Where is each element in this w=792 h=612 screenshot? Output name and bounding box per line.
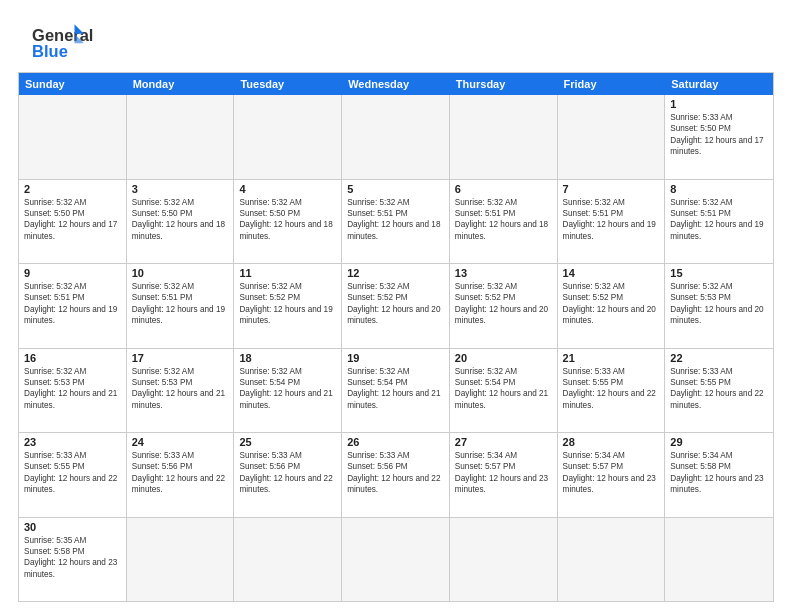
- empty-cell-5-2: [234, 518, 342, 602]
- cell-info: Sunrise: 5:32 AMSunset: 5:51 PMDaylight:…: [24, 281, 121, 327]
- day-cell-30: 30Sunrise: 5:35 AMSunset: 5:58 PMDayligh…: [19, 518, 127, 602]
- calendar: SundayMondayTuesdayWednesdayThursdayFrid…: [18, 72, 774, 602]
- empty-cell-5-1: [127, 518, 235, 602]
- cell-info: Sunrise: 5:32 AMSunset: 5:50 PMDaylight:…: [24, 197, 121, 243]
- day-cell-16: 16Sunrise: 5:32 AMSunset: 5:53 PMDayligh…: [19, 349, 127, 433]
- day-cell-25: 25Sunrise: 5:33 AMSunset: 5:56 PMDayligh…: [234, 433, 342, 517]
- day-cell-17: 17Sunrise: 5:32 AMSunset: 5:53 PMDayligh…: [127, 349, 235, 433]
- cell-info: Sunrise: 5:32 AMSunset: 5:53 PMDaylight:…: [132, 366, 229, 412]
- svg-text:General: General: [32, 26, 93, 44]
- day-cell-21: 21Sunrise: 5:33 AMSunset: 5:55 PMDayligh…: [558, 349, 666, 433]
- day-cell-19: 19Sunrise: 5:32 AMSunset: 5:54 PMDayligh…: [342, 349, 450, 433]
- day-number: 13: [455, 267, 552, 279]
- day-cell-24: 24Sunrise: 5:33 AMSunset: 5:56 PMDayligh…: [127, 433, 235, 517]
- day-cell-12: 12Sunrise: 5:32 AMSunset: 5:52 PMDayligh…: [342, 264, 450, 348]
- day-cell-14: 14Sunrise: 5:32 AMSunset: 5:52 PMDayligh…: [558, 264, 666, 348]
- calendar-page: General Blue SundayMondayTuesdayWednesda…: [0, 0, 792, 612]
- svg-text:Blue: Blue: [32, 42, 68, 60]
- day-number: 15: [670, 267, 768, 279]
- day-number: 22: [670, 352, 768, 364]
- day-number: 21: [563, 352, 660, 364]
- empty-cell-0-1: [127, 95, 235, 179]
- cell-info: Sunrise: 5:32 AMSunset: 5:54 PMDaylight:…: [455, 366, 552, 412]
- day-number: 7: [563, 183, 660, 195]
- day-cell-7: 7Sunrise: 5:32 AMSunset: 5:51 PMDaylight…: [558, 180, 666, 264]
- day-number: 17: [132, 352, 229, 364]
- empty-cell-0-0: [19, 95, 127, 179]
- calendar-row-1: 2Sunrise: 5:32 AMSunset: 5:50 PMDaylight…: [19, 179, 773, 264]
- day-cell-11: 11Sunrise: 5:32 AMSunset: 5:52 PMDayligh…: [234, 264, 342, 348]
- cell-info: Sunrise: 5:33 AMSunset: 5:56 PMDaylight:…: [132, 450, 229, 496]
- day-cell-27: 27Sunrise: 5:34 AMSunset: 5:57 PMDayligh…: [450, 433, 558, 517]
- day-cell-13: 13Sunrise: 5:32 AMSunset: 5:52 PMDayligh…: [450, 264, 558, 348]
- day-number: 30: [24, 521, 121, 533]
- empty-cell-5-5: [558, 518, 666, 602]
- cell-info: Sunrise: 5:32 AMSunset: 5:53 PMDaylight:…: [24, 366, 121, 412]
- day-number: 6: [455, 183, 552, 195]
- day-number: 5: [347, 183, 444, 195]
- cell-info: Sunrise: 5:34 AMSunset: 5:58 PMDaylight:…: [670, 450, 768, 496]
- cell-info: Sunrise: 5:33 AMSunset: 5:50 PMDaylight:…: [670, 112, 768, 158]
- day-cell-15: 15Sunrise: 5:32 AMSunset: 5:53 PMDayligh…: [665, 264, 773, 348]
- cell-info: Sunrise: 5:34 AMSunset: 5:57 PMDaylight:…: [563, 450, 660, 496]
- cell-info: Sunrise: 5:32 AMSunset: 5:52 PMDaylight:…: [347, 281, 444, 327]
- day-number: 12: [347, 267, 444, 279]
- empty-cell-0-4: [450, 95, 558, 179]
- logo: General Blue: [18, 18, 98, 62]
- empty-cell-0-2: [234, 95, 342, 179]
- cell-info: Sunrise: 5:32 AMSunset: 5:54 PMDaylight:…: [347, 366, 444, 412]
- day-number: 24: [132, 436, 229, 448]
- weekday-header-friday: Friday: [558, 73, 666, 95]
- day-number: 28: [563, 436, 660, 448]
- day-cell-2: 2Sunrise: 5:32 AMSunset: 5:50 PMDaylight…: [19, 180, 127, 264]
- cell-info: Sunrise: 5:32 AMSunset: 5:51 PMDaylight:…: [455, 197, 552, 243]
- calendar-header: SundayMondayTuesdayWednesdayThursdayFrid…: [19, 73, 773, 95]
- day-number: 18: [239, 352, 336, 364]
- day-number: 10: [132, 267, 229, 279]
- day-cell-6: 6Sunrise: 5:32 AMSunset: 5:51 PMDaylight…: [450, 180, 558, 264]
- cell-info: Sunrise: 5:32 AMSunset: 5:54 PMDaylight:…: [239, 366, 336, 412]
- general-blue-icon: General Blue: [18, 22, 98, 62]
- weekday-header-tuesday: Tuesday: [234, 73, 342, 95]
- day-cell-9: 9Sunrise: 5:32 AMSunset: 5:51 PMDaylight…: [19, 264, 127, 348]
- day-number: 16: [24, 352, 121, 364]
- day-number: 27: [455, 436, 552, 448]
- day-number: 4: [239, 183, 336, 195]
- cell-info: Sunrise: 5:33 AMSunset: 5:55 PMDaylight:…: [24, 450, 121, 496]
- day-number: 9: [24, 267, 121, 279]
- day-number: 3: [132, 183, 229, 195]
- day-cell-18: 18Sunrise: 5:32 AMSunset: 5:54 PMDayligh…: [234, 349, 342, 433]
- cell-info: Sunrise: 5:32 AMSunset: 5:51 PMDaylight:…: [563, 197, 660, 243]
- day-number: 8: [670, 183, 768, 195]
- day-cell-22: 22Sunrise: 5:33 AMSunset: 5:55 PMDayligh…: [665, 349, 773, 433]
- calendar-body: 1Sunrise: 5:33 AMSunset: 5:50 PMDaylight…: [19, 95, 773, 601]
- cell-info: Sunrise: 5:32 AMSunset: 5:53 PMDaylight:…: [670, 281, 768, 327]
- weekday-header-monday: Monday: [127, 73, 235, 95]
- day-cell-8: 8Sunrise: 5:32 AMSunset: 5:51 PMDaylight…: [665, 180, 773, 264]
- cell-info: Sunrise: 5:32 AMSunset: 5:51 PMDaylight:…: [347, 197, 444, 243]
- day-cell-3: 3Sunrise: 5:32 AMSunset: 5:50 PMDaylight…: [127, 180, 235, 264]
- day-cell-29: 29Sunrise: 5:34 AMSunset: 5:58 PMDayligh…: [665, 433, 773, 517]
- calendar-row-3: 16Sunrise: 5:32 AMSunset: 5:53 PMDayligh…: [19, 348, 773, 433]
- weekday-header-thursday: Thursday: [450, 73, 558, 95]
- cell-info: Sunrise: 5:32 AMSunset: 5:51 PMDaylight:…: [670, 197, 768, 243]
- day-cell-23: 23Sunrise: 5:33 AMSunset: 5:55 PMDayligh…: [19, 433, 127, 517]
- day-cell-20: 20Sunrise: 5:32 AMSunset: 5:54 PMDayligh…: [450, 349, 558, 433]
- day-cell-1: 1Sunrise: 5:33 AMSunset: 5:50 PMDaylight…: [665, 95, 773, 179]
- cell-info: Sunrise: 5:32 AMSunset: 5:51 PMDaylight:…: [132, 281, 229, 327]
- day-number: 11: [239, 267, 336, 279]
- empty-cell-5-4: [450, 518, 558, 602]
- day-number: 23: [24, 436, 121, 448]
- day-cell-5: 5Sunrise: 5:32 AMSunset: 5:51 PMDaylight…: [342, 180, 450, 264]
- day-cell-4: 4Sunrise: 5:32 AMSunset: 5:50 PMDaylight…: [234, 180, 342, 264]
- cell-info: Sunrise: 5:32 AMSunset: 5:50 PMDaylight:…: [132, 197, 229, 243]
- calendar-row-0: 1Sunrise: 5:33 AMSunset: 5:50 PMDaylight…: [19, 95, 773, 179]
- weekday-header-saturday: Saturday: [665, 73, 773, 95]
- cell-info: Sunrise: 5:33 AMSunset: 5:56 PMDaylight:…: [347, 450, 444, 496]
- day-number: 19: [347, 352, 444, 364]
- day-number: 26: [347, 436, 444, 448]
- weekday-header-wednesday: Wednesday: [342, 73, 450, 95]
- weekday-header-sunday: Sunday: [19, 73, 127, 95]
- empty-cell-0-3: [342, 95, 450, 179]
- empty-cell-5-3: [342, 518, 450, 602]
